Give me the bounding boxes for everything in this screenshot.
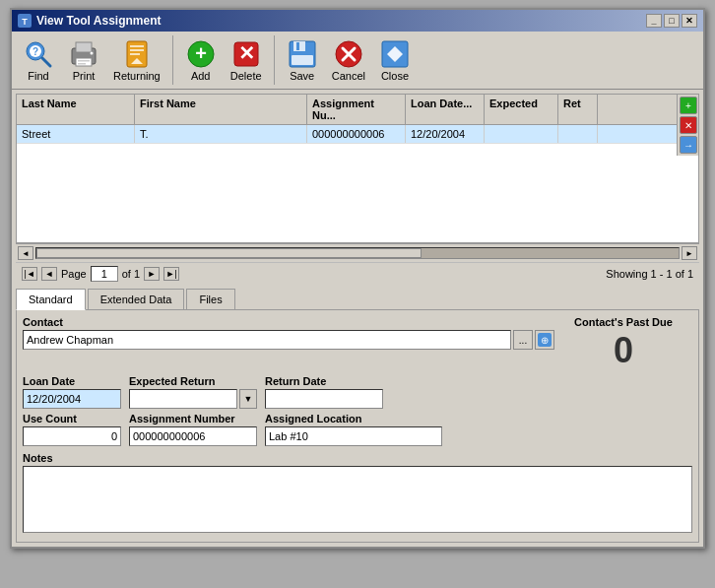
tabs-bar: Standard Extended Data Files: [16, 289, 699, 310]
svg-text:✕: ✕: [237, 42, 254, 64]
table-row[interactable]: Street T. 000000000006 12/20/2004: [17, 125, 677, 144]
page-prev-button[interactable]: ◄: [41, 267, 57, 281]
contact-browse-button[interactable]: ...: [513, 330, 533, 350]
minimize-button[interactable]: _: [646, 14, 662, 28]
col-header-ret: Ret: [558, 95, 598, 124]
cell-ret: [558, 125, 598, 143]
returning-button[interactable]: Returning: [108, 35, 165, 85]
svg-text:⊕: ⊕: [541, 335, 549, 346]
print-button[interactable]: Print: [63, 35, 104, 85]
assigned-location-group: Assigned Location: [265, 413, 442, 446]
title-bar: T View Tool Assignment _ □ ✕: [12, 10, 703, 32]
cell-last-name: Street: [17, 125, 135, 143]
print-label: Print: [73, 70, 96, 82]
past-due-section: Contact's Past Due 0: [554, 316, 692, 371]
showing-text: Showing 1 - 1 of 1: [606, 268, 693, 280]
svg-text:+: +: [195, 42, 207, 64]
assigned-location-input[interactable]: [265, 426, 442, 446]
col-header-assignment: Assignment Nu...: [307, 95, 406, 124]
svg-rect-22: [296, 42, 299, 50]
svg-rect-9: [78, 60, 90, 62]
contact-label: Contact: [23, 316, 554, 328]
titlebar-close-button[interactable]: ✕: [682, 14, 697, 28]
return-date-input[interactable]: [265, 389, 383, 409]
scroll-right-button[interactable]: ►: [682, 246, 697, 260]
pagination-bar: |◄ ◄ Page of 1 ► ►| Showing 1 - 1 of 1: [16, 262, 699, 285]
contact-input[interactable]: [23, 330, 511, 350]
loan-date-input[interactable]: [23, 389, 121, 409]
cancel-label: Cancel: [332, 70, 365, 82]
date-fields-row: Loan Date Expected Return ▼ Return Date: [23, 375, 692, 409]
use-count-label: Use Count: [23, 413, 121, 425]
expected-return-calendar-button[interactable]: ▼: [239, 389, 257, 409]
returning-label: Returning: [113, 70, 161, 82]
page-of-label: of 1: [122, 268, 140, 280]
save-label: Save: [290, 70, 314, 82]
svg-rect-15: [130, 53, 140, 55]
page-last-button[interactable]: ►|: [163, 267, 179, 281]
second-fields-row: Use Count Assignment Number Assigned Loc…: [23, 413, 692, 446]
svg-rect-14: [130, 49, 144, 51]
horizontal-scrollbar: ◄ ►: [16, 243, 699, 262]
svg-text:T: T: [22, 17, 28, 27]
table-delete-button[interactable]: ✕: [680, 116, 697, 134]
window-icon: T: [18, 14, 32, 28]
maximize-button[interactable]: □: [664, 14, 680, 28]
notes-label: Notes: [23, 452, 692, 464]
cancel-button[interactable]: Cancel: [327, 35, 370, 85]
svg-text:?: ?: [32, 46, 38, 57]
cell-expected: [485, 125, 558, 143]
details-panel: Contact ... ⊕ Contact's Past Due: [16, 310, 699, 543]
page-first-button[interactable]: |◄: [22, 267, 37, 281]
page-number-input[interactable]: [91, 266, 118, 282]
contact-row: Contact ... ⊕ Contact's Past Due: [23, 316, 692, 371]
table-export-button[interactable]: →: [680, 136, 697, 154]
table-header: Last Name First Name Assignment Nu... Lo…: [17, 95, 677, 125]
assignment-number-group: Assignment Number: [129, 413, 257, 446]
svg-rect-7: [76, 42, 92, 52]
toolbar: ? Find Print: [12, 32, 703, 90]
expected-return-label: Expected Return: [129, 375, 257, 387]
delete-label: Delete: [230, 70, 262, 82]
data-table: Last Name First Name Assignment Nu... Lo…: [16, 94, 699, 243]
use-count-group: Use Count: [23, 413, 121, 446]
past-due-label: Contact's Past Due: [554, 316, 692, 328]
contact-section: Contact ... ⊕: [23, 316, 554, 350]
find-label: Find: [28, 70, 48, 82]
scrollbar-track[interactable]: [35, 247, 680, 259]
find-button[interactable]: ? Find: [18, 35, 59, 85]
tab-standard[interactable]: Standard: [16, 289, 86, 310]
return-date-label: Return Date: [265, 375, 383, 387]
main-content: Last Name First Name Assignment Nu... Lo…: [12, 90, 703, 547]
table-add-button[interactable]: +: [680, 97, 697, 114]
svg-point-11: [91, 52, 94, 55]
toolbar-separator-2: [274, 35, 275, 85]
add-label: Add: [191, 70, 211, 82]
tab-files[interactable]: Files: [186, 289, 234, 309]
use-count-input[interactable]: [23, 426, 121, 446]
expected-return-group: Expected Return ▼: [129, 375, 257, 409]
assignment-number-label: Assignment Number: [129, 413, 257, 425]
tab-extended-data[interactable]: Extended Data: [88, 289, 185, 309]
close-label: Close: [381, 70, 409, 82]
col-header-last-name: Last Name: [17, 95, 135, 124]
main-window: T View Tool Assignment _ □ ✕ ? Find: [10, 8, 705, 549]
notes-section: Notes: [23, 452, 692, 536]
page-label: Page: [61, 268, 87, 280]
delete-button[interactable]: ✕ Delete: [226, 35, 267, 85]
add-button[interactable]: + Add: [180, 35, 222, 85]
window-title: View Tool Assignment: [36, 14, 161, 28]
svg-rect-13: [130, 45, 144, 47]
notes-textarea[interactable]: [23, 466, 692, 533]
expected-return-input[interactable]: [129, 389, 237, 409]
svg-rect-8: [76, 58, 92, 66]
scroll-left-button[interactable]: ◄: [18, 246, 33, 260]
col-header-loan-date: Loan Date...: [406, 95, 485, 124]
page-next-button[interactable]: ►: [144, 267, 160, 281]
table-empty-area: [17, 144, 677, 242]
contact-action-button[interactable]: ⊕: [535, 330, 554, 350]
save-button[interactable]: Save: [282, 35, 323, 85]
assignment-number-input[interactable]: [129, 426, 257, 446]
close-button[interactable]: Close: [374, 35, 416, 85]
table-action-buttons: + ✕ →: [677, 95, 698, 156]
